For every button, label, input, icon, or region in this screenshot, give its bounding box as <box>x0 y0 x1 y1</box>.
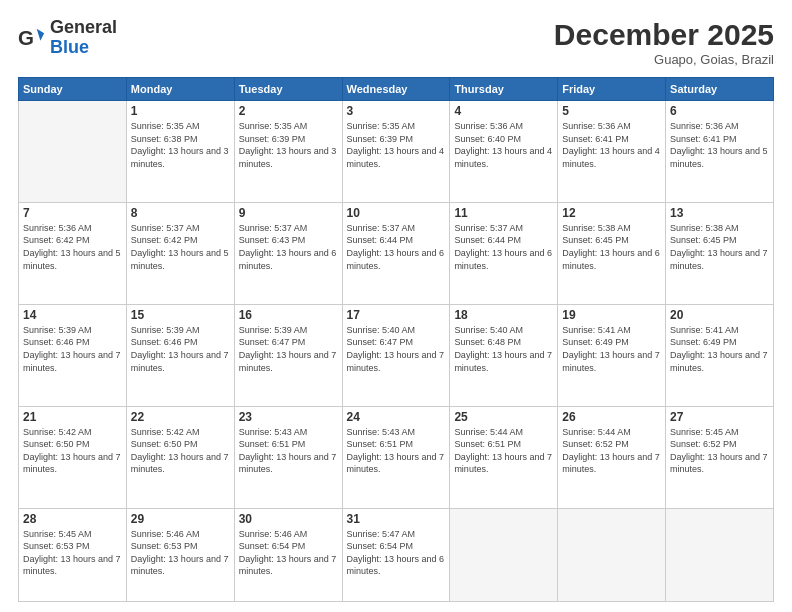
day-number: 19 <box>562 308 661 322</box>
logo-icon: G <box>18 24 46 52</box>
table-row: 7Sunrise: 5:36 AM Sunset: 6:42 PM Daylig… <box>19 202 127 304</box>
svg-text:G: G <box>18 25 34 48</box>
day-number: 15 <box>131 308 230 322</box>
day-info: Sunrise: 5:42 AM Sunset: 6:50 PM Dayligh… <box>23 426 122 476</box>
table-row: 20Sunrise: 5:41 AM Sunset: 6:49 PM Dayli… <box>666 304 774 406</box>
table-row: 25Sunrise: 5:44 AM Sunset: 6:51 PM Dayli… <box>450 406 558 508</box>
table-row: 8Sunrise: 5:37 AM Sunset: 6:42 PM Daylig… <box>126 202 234 304</box>
table-row: 18Sunrise: 5:40 AM Sunset: 6:48 PM Dayli… <box>450 304 558 406</box>
day-info: Sunrise: 5:40 AM Sunset: 6:48 PM Dayligh… <box>454 324 553 374</box>
day-info: Sunrise: 5:37 AM Sunset: 6:44 PM Dayligh… <box>454 222 553 272</box>
day-info: Sunrise: 5:36 AM Sunset: 6:42 PM Dayligh… <box>23 222 122 272</box>
table-row: 21Sunrise: 5:42 AM Sunset: 6:50 PM Dayli… <box>19 406 127 508</box>
day-info: Sunrise: 5:39 AM Sunset: 6:46 PM Dayligh… <box>131 324 230 374</box>
table-row <box>558 508 666 602</box>
day-number: 18 <box>454 308 553 322</box>
table-row <box>666 508 774 602</box>
day-number: 25 <box>454 410 553 424</box>
table-row: 2Sunrise: 5:35 AM Sunset: 6:39 PM Daylig… <box>234 101 342 203</box>
table-row: 24Sunrise: 5:43 AM Sunset: 6:51 PM Dayli… <box>342 406 450 508</box>
table-row: 15Sunrise: 5:39 AM Sunset: 6:46 PM Dayli… <box>126 304 234 406</box>
day-info: Sunrise: 5:37 AM Sunset: 6:43 PM Dayligh… <box>239 222 338 272</box>
table-row: 19Sunrise: 5:41 AM Sunset: 6:49 PM Dayli… <box>558 304 666 406</box>
day-info: Sunrise: 5:36 AM Sunset: 6:40 PM Dayligh… <box>454 120 553 170</box>
day-number: 24 <box>347 410 446 424</box>
page-header: G General Blue December 2025 Guapo, Goia… <box>18 18 774 67</box>
day-info: Sunrise: 5:35 AM Sunset: 6:39 PM Dayligh… <box>239 120 338 170</box>
title-block: December 2025 Guapo, Goias, Brazil <box>554 18 774 67</box>
day-info: Sunrise: 5:39 AM Sunset: 6:47 PM Dayligh… <box>239 324 338 374</box>
day-number: 14 <box>23 308 122 322</box>
col-wednesday: Wednesday <box>342 78 450 101</box>
calendar-header-row: Sunday Monday Tuesday Wednesday Thursday… <box>19 78 774 101</box>
day-number: 12 <box>562 206 661 220</box>
day-number: 2 <box>239 104 338 118</box>
day-number: 29 <box>131 512 230 526</box>
day-number: 6 <box>670 104 769 118</box>
day-number: 1 <box>131 104 230 118</box>
location: Guapo, Goias, Brazil <box>554 52 774 67</box>
day-info: Sunrise: 5:40 AM Sunset: 6:47 PM Dayligh… <box>347 324 446 374</box>
col-friday: Friday <box>558 78 666 101</box>
day-number: 31 <box>347 512 446 526</box>
day-number: 3 <box>347 104 446 118</box>
table-row <box>19 101 127 203</box>
table-row: 3Sunrise: 5:35 AM Sunset: 6:39 PM Daylig… <box>342 101 450 203</box>
day-info: Sunrise: 5:41 AM Sunset: 6:49 PM Dayligh… <box>670 324 769 374</box>
col-sunday: Sunday <box>19 78 127 101</box>
logo-blue: Blue <box>50 38 117 58</box>
day-info: Sunrise: 5:43 AM Sunset: 6:51 PM Dayligh… <box>239 426 338 476</box>
day-info: Sunrise: 5:44 AM Sunset: 6:52 PM Dayligh… <box>562 426 661 476</box>
day-info: Sunrise: 5:46 AM Sunset: 6:53 PM Dayligh… <box>131 528 230 578</box>
day-info: Sunrise: 5:36 AM Sunset: 6:41 PM Dayligh… <box>670 120 769 170</box>
table-row: 13Sunrise: 5:38 AM Sunset: 6:45 PM Dayli… <box>666 202 774 304</box>
table-row: 14Sunrise: 5:39 AM Sunset: 6:46 PM Dayli… <box>19 304 127 406</box>
day-number: 11 <box>454 206 553 220</box>
day-number: 27 <box>670 410 769 424</box>
table-row: 4Sunrise: 5:36 AM Sunset: 6:40 PM Daylig… <box>450 101 558 203</box>
day-number: 5 <box>562 104 661 118</box>
table-row: 28Sunrise: 5:45 AM Sunset: 6:53 PM Dayli… <box>19 508 127 602</box>
table-row: 9Sunrise: 5:37 AM Sunset: 6:43 PM Daylig… <box>234 202 342 304</box>
table-row: 22Sunrise: 5:42 AM Sunset: 6:50 PM Dayli… <box>126 406 234 508</box>
table-row <box>450 508 558 602</box>
day-info: Sunrise: 5:47 AM Sunset: 6:54 PM Dayligh… <box>347 528 446 578</box>
day-info: Sunrise: 5:41 AM Sunset: 6:49 PM Dayligh… <box>562 324 661 374</box>
day-number: 26 <box>562 410 661 424</box>
day-info: Sunrise: 5:42 AM Sunset: 6:50 PM Dayligh… <box>131 426 230 476</box>
table-row: 31Sunrise: 5:47 AM Sunset: 6:54 PM Dayli… <box>342 508 450 602</box>
day-number: 7 <box>23 206 122 220</box>
table-row: 10Sunrise: 5:37 AM Sunset: 6:44 PM Dayli… <box>342 202 450 304</box>
day-number: 22 <box>131 410 230 424</box>
col-monday: Monday <box>126 78 234 101</box>
col-thursday: Thursday <box>450 78 558 101</box>
day-number: 16 <box>239 308 338 322</box>
table-row: 12Sunrise: 5:38 AM Sunset: 6:45 PM Dayli… <box>558 202 666 304</box>
day-number: 23 <box>239 410 338 424</box>
day-number: 17 <box>347 308 446 322</box>
day-info: Sunrise: 5:35 AM Sunset: 6:38 PM Dayligh… <box>131 120 230 170</box>
table-row: 30Sunrise: 5:46 AM Sunset: 6:54 PM Dayli… <box>234 508 342 602</box>
day-number: 28 <box>23 512 122 526</box>
table-row: 17Sunrise: 5:40 AM Sunset: 6:47 PM Dayli… <box>342 304 450 406</box>
day-info: Sunrise: 5:35 AM Sunset: 6:39 PM Dayligh… <box>347 120 446 170</box>
table-row: 23Sunrise: 5:43 AM Sunset: 6:51 PM Dayli… <box>234 406 342 508</box>
day-info: Sunrise: 5:43 AM Sunset: 6:51 PM Dayligh… <box>347 426 446 476</box>
day-number: 8 <box>131 206 230 220</box>
day-number: 9 <box>239 206 338 220</box>
table-row: 26Sunrise: 5:44 AM Sunset: 6:52 PM Dayli… <box>558 406 666 508</box>
day-number: 20 <box>670 308 769 322</box>
day-number: 13 <box>670 206 769 220</box>
col-saturday: Saturday <box>666 78 774 101</box>
svg-marker-1 <box>37 28 44 40</box>
day-info: Sunrise: 5:38 AM Sunset: 6:45 PM Dayligh… <box>562 222 661 272</box>
day-number: 10 <box>347 206 446 220</box>
table-row: 11Sunrise: 5:37 AM Sunset: 6:44 PM Dayli… <box>450 202 558 304</box>
month-title: December 2025 <box>554 18 774 52</box>
table-row: 1Sunrise: 5:35 AM Sunset: 6:38 PM Daylig… <box>126 101 234 203</box>
day-number: 21 <box>23 410 122 424</box>
col-tuesday: Tuesday <box>234 78 342 101</box>
logo-general: General <box>50 18 117 38</box>
day-info: Sunrise: 5:36 AM Sunset: 6:41 PM Dayligh… <box>562 120 661 170</box>
day-info: Sunrise: 5:37 AM Sunset: 6:44 PM Dayligh… <box>347 222 446 272</box>
